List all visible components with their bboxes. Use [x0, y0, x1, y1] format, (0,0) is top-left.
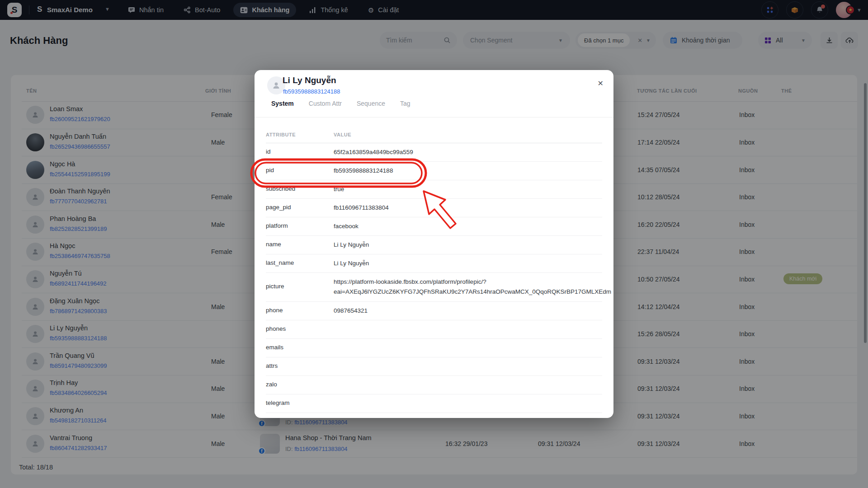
attribute-row-divider [266, 254, 602, 254]
attribute-name: last_name [266, 259, 294, 266]
tabs-divider [255, 117, 613, 117]
attribute-value: Li Ly Nguyễn [334, 240, 613, 250]
attribute-row-divider [266, 394, 602, 394]
attribute-name: id [266, 148, 271, 155]
attribute-name: picture [266, 283, 284, 290]
attribute-row-divider [266, 301, 602, 302]
attribute-name: pid [266, 167, 274, 174]
customer-detail-modal: Li Ly Nguyễn fb5935988883124188 ✕ System… [255, 70, 613, 418]
attribute-value: https://platform-lookaside.fbsbx.com/pla… [334, 277, 613, 297]
tab-sequence[interactable]: Sequence [357, 100, 385, 107]
attribute-row-divider [266, 217, 602, 217]
tab-tag[interactable]: Tag [400, 100, 410, 107]
attribute-name: zalo [266, 381, 277, 388]
attribute-value: Li Ly Nguyễn [334, 258, 613, 268]
attribute-name: telegram [266, 399, 290, 406]
attribute-value: fb116096711383804 [334, 203, 613, 213]
attribute-name: phone [266, 307, 283, 314]
modal-subtitle-link[interactable]: fb5935988883124188 [283, 88, 340, 95]
attribute-name: attrs [266, 362, 278, 369]
attribute-row-divider [266, 198, 602, 199]
value-column-header: VALUE [334, 132, 351, 137]
attribute-value: fb5935988883124188 [334, 166, 613, 176]
person-icon [272, 81, 281, 90]
close-icon[interactable]: ✕ [598, 79, 604, 88]
attribute-value: 65f2a163859a4849bc99a559 [334, 147, 613, 157]
attribute-row-divider [266, 413, 602, 413]
attribute-value: facebook [334, 221, 613, 231]
attribute-name: phones [266, 325, 286, 332]
tab-custom-attr[interactable]: Custom Attr [309, 100, 342, 107]
tab-system[interactable]: System [271, 100, 294, 107]
attr-header-divider [266, 143, 602, 143]
attribute-name: name [266, 241, 281, 248]
attribute-row-divider [266, 357, 602, 357]
attribute-row-divider [266, 180, 602, 180]
attribute-name: page_pid [266, 204, 291, 211]
attribute-row-divider [266, 161, 602, 162]
attribute-name: subscribed [266, 185, 295, 192]
attribute-value: 0987654321 [334, 306, 613, 316]
attribute-value: true [334, 184, 613, 194]
attribute-row-divider [266, 338, 602, 339]
modal-title: Li Ly Nguyễn [283, 75, 336, 85]
attribute-name: emails [266, 344, 283, 351]
attribute-row-divider [266, 320, 602, 320]
attribute-row-divider [266, 235, 602, 236]
modal-tabs: System Custom Attr Sequence Tag [271, 100, 410, 107]
attr-column-header: ATTRIBUTE [266, 132, 296, 137]
attribute-row-divider [266, 272, 602, 273]
attribute-row-divider [266, 375, 602, 376]
attribute-name: platform [266, 222, 288, 229]
